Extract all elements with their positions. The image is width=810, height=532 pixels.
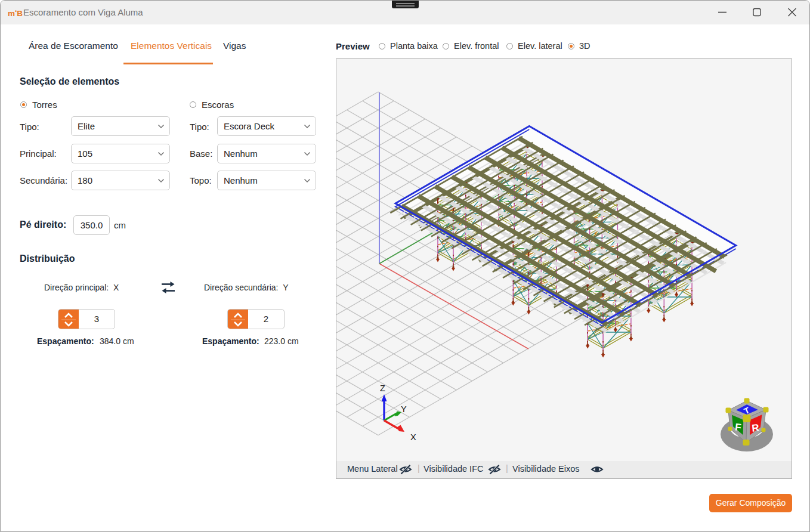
svg-text:X: X xyxy=(410,432,416,442)
svg-text:Y: Y xyxy=(401,404,407,414)
svg-text:F: F xyxy=(734,422,741,434)
svg-text:Z: Z xyxy=(380,383,385,393)
svg-text:R: R xyxy=(751,422,759,434)
